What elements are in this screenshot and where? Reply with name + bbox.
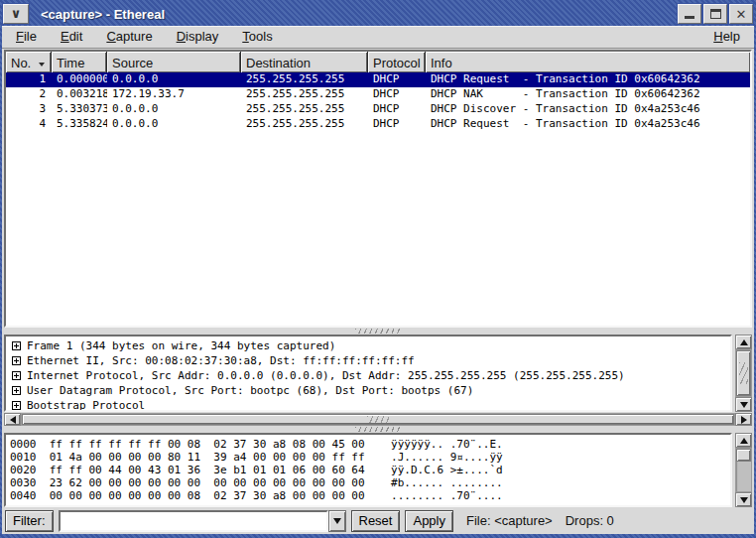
splitter-grip-icon [355, 329, 401, 334]
menu-file[interactable]: File [16, 29, 37, 44]
scroll-up-button[interactable] [735, 335, 752, 349]
cell-time: 0.003218 [52, 87, 107, 102]
scroll-track[interactable] [21, 413, 735, 426]
packet-row[interactable]: 4 5.335824 0.0.0.0 255.255.255.255 DHCP … [6, 117, 750, 132]
apply-button[interactable]: Apply [405, 510, 453, 532]
cell-time: 5.330373 [52, 102, 107, 117]
column-header-no[interactable]: No. [6, 52, 52, 72]
tree-item-label: Bootstrap Protocol [27, 399, 145, 412]
tree-item-frame[interactable]: Frame 1 (344 bytes on wire, 344 bytes ca… [10, 338, 730, 353]
filter-input[interactable] [59, 510, 328, 532]
maximize-icon [710, 9, 721, 19]
cell-protocol: DHCP [368, 102, 426, 117]
filter-combo [59, 510, 346, 532]
maximize-button[interactable] [703, 4, 727, 24]
tree-item-udp[interactable]: User Datagram Protocol, Src Port: bootpc… [10, 383, 730, 398]
thumb-grip-icon [739, 362, 748, 384]
menu-display[interactable]: Display [177, 29, 219, 44]
arrow-down-icon [740, 402, 748, 408]
status-drops: Drops: 0 [566, 513, 614, 528]
scroll-left-button[interactable] [4, 413, 21, 426]
app-window: ∨ <capture> - Ethereal ✕ File Edit Captu… [0, 0, 756, 538]
cell-source: 172.19.33.7 [107, 87, 241, 102]
title-bar[interactable]: ∨ <capture> - Ethereal ✕ [2, 2, 754, 26]
pane-splitter[interactable] [2, 328, 754, 335]
menu-tools[interactable]: Tools [242, 29, 272, 44]
reset-button[interactable]: Reset [351, 510, 401, 532]
packet-row[interactable]: 2 0.003218 172.19.33.7 255.255.255.255 D… [6, 87, 750, 102]
filter-button[interactable]: Filter: [5, 510, 54, 532]
cell-protocol: DHCP [368, 72, 426, 87]
hex-row[interactable]: 0000 ff ff ff ff ff ff 00 08 02 37 30 a8… [10, 438, 730, 451]
packet-row[interactable]: 1 0.000000 0.0.0.0 255.255.255.255 DHCP … [6, 72, 750, 87]
scroll-thumb[interactable] [22, 414, 734, 425]
chevron-down-icon [333, 518, 341, 524]
hex-dump-wrap: 0000 ff ff ff ff ff ff 00 08 02 37 30 a8… [4, 433, 752, 507]
tree-item-bootp[interactable]: Bootstrap Protocol [10, 398, 730, 412]
expand-plus-icon[interactable] [12, 371, 21, 380]
cell-info: DHCP Discover - Transaction ID 0x4a253c4… [426, 102, 750, 117]
close-button[interactable]: ✕ [729, 4, 753, 24]
cell-no: 3 [6, 102, 52, 117]
column-header-protocol[interactable]: Protocol [368, 52, 426, 72]
packet-list-body: 1 0.000000 0.0.0.0 255.255.255.255 DHCP … [6, 72, 750, 132]
menu-edit[interactable]: Edit [61, 29, 82, 44]
cell-info: DHCP NAK - Transaction ID 0x60642362 [426, 87, 750, 102]
tree-item-ethernet[interactable]: Ethernet II, Src: 00:08:02:37:30:a8, Dst… [10, 353, 730, 368]
cell-info: DHCP Request - Transaction ID 0x4a253c46 [426, 117, 750, 132]
window-menu-button[interactable]: ∨ [3, 4, 29, 24]
hex-vertical-scrollbar[interactable] [735, 433, 752, 507]
packet-list-pane: No. Time Source Destination Protocol Inf… [4, 50, 752, 328]
menu-help[interactable]: Help [713, 29, 740, 44]
menu-capture[interactable]: Capture [106, 29, 152, 44]
cell-time: 0.000000 [52, 72, 107, 87]
scroll-right-button[interactable] [735, 413, 752, 426]
expand-plus-icon[interactable] [12, 386, 21, 395]
protocol-tree-pane: Frame 1 (344 bytes on wire, 344 bytes ca… [4, 335, 732, 412]
tree-item-label: Internet Protocol, Src Addr: 0.0.0.0 (0.… [27, 369, 625, 382]
tree-item-label: Ethernet II, Src: 00:08:02:37:30:a8, Dst… [27, 354, 415, 367]
scroll-track[interactable] [735, 349, 752, 397]
cell-protocol: DHCP [368, 117, 426, 132]
cell-source: 0.0.0.0 [107, 72, 241, 87]
scroll-down-button[interactable] [735, 492, 752, 507]
sort-indicator-icon [39, 63, 45, 67]
close-icon: ✕ [736, 8, 747, 21]
hex-row[interactable]: 0020 ff ff 00 44 00 43 01 36 3e b1 01 01… [10, 464, 730, 476]
filter-dropdown-button[interactable] [328, 510, 346, 532]
scroll-track[interactable] [735, 448, 752, 492]
tree-vertical-scrollbar[interactable] [735, 335, 752, 412]
cell-info: DHCP Request - Transaction ID 0x60642362 [426, 72, 750, 87]
column-header-time[interactable]: Time [52, 52, 107, 72]
expand-plus-icon[interactable] [12, 356, 21, 365]
client-area: File Edit Capture Display Tools Help No.… [2, 26, 754, 534]
hex-row[interactable]: 0010 01 4a 00 00 00 00 80 11 39 a4 00 00… [10, 451, 730, 464]
column-header-info[interactable]: Info [426, 52, 750, 72]
cell-no: 4 [6, 117, 52, 132]
tree-item-ip[interactable]: Internet Protocol, Src Addr: 0.0.0.0 (0.… [10, 368, 730, 383]
packet-list-header: No. Time Source Destination Protocol Inf… [6, 52, 750, 72]
packet-row[interactable]: 3 5.330373 0.0.0.0 255.255.255.255 DHCP … [6, 102, 750, 117]
scroll-thumb[interactable] [736, 449, 751, 462]
cell-no: 1 [6, 72, 52, 87]
pane-splitter[interactable] [2, 426, 754, 433]
arrow-right-icon [741, 416, 747, 424]
cell-protocol: DHCP [368, 87, 426, 102]
scroll-thumb[interactable] [736, 350, 751, 396]
minimize-button[interactable] [678, 4, 701, 24]
column-header-no-label: No. [11, 56, 31, 70]
scroll-down-button[interactable] [735, 397, 752, 412]
expand-plus-icon[interactable] [12, 341, 21, 350]
hex-row[interactable]: 0030 23 62 00 00 00 00 00 00 00 00 00 00… [10, 476, 730, 489]
expand-plus-icon[interactable] [12, 401, 21, 410]
arrow-left-icon [10, 416, 16, 424]
tree-horizontal-scrollbar[interactable] [4, 413, 752, 426]
column-header-destination[interactable]: Destination [241, 52, 368, 72]
title-area: <capture> - Ethereal [33, 2, 677, 26]
thumb-grip-icon [367, 416, 389, 423]
arrow-up-icon [740, 339, 748, 345]
column-header-source[interactable]: Source [107, 52, 241, 72]
scroll-up-button[interactable] [735, 433, 752, 448]
hex-row[interactable]: 0040 00 00 00 00 00 00 00 08 02 37 30 a8… [10, 489, 730, 502]
cell-destination: 255.255.255.255 [241, 117, 368, 132]
